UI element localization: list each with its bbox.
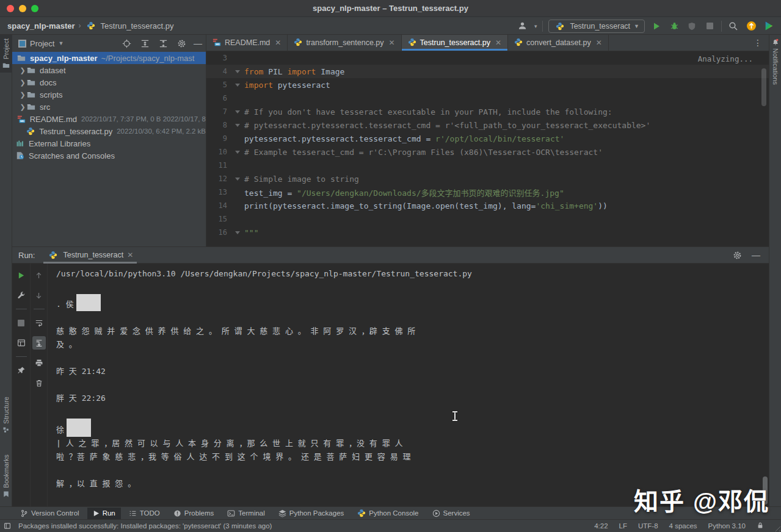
tool-window-button-todo[interactable]: TODO bbox=[123, 508, 165, 519]
code-line-13[interactable]: 13test_img = "/Users/dengkan/Downloads/多… bbox=[206, 185, 769, 199]
run-settings-gear-icon[interactable] bbox=[731, 249, 743, 261]
stop-button[interactable] bbox=[703, 20, 716, 32]
chevron-right-icon[interactable]: ❯ bbox=[18, 79, 27, 87]
hide-panel-icon[interactable]: — bbox=[194, 38, 202, 48]
tool-window-button-python-console[interactable]: Python Console bbox=[352, 508, 424, 519]
chevron-right-icon[interactable]: ❯ bbox=[18, 66, 27, 74]
editor-tab-convert_dataset.py[interactable]: convert_dataset.py✕ bbox=[508, 35, 609, 51]
code-line-6[interactable]: 6 bbox=[206, 92, 769, 105]
fold-marker-icon[interactable] bbox=[235, 178, 240, 181]
tool-window-button-services[interactable]: Services bbox=[427, 508, 476, 519]
breadcrumb-file[interactable]: Testrun_tesseract.py bbox=[101, 21, 174, 31]
tool-window-button-version-control[interactable]: Version Control bbox=[15, 508, 85, 519]
search-everywhere-icon[interactable] bbox=[727, 20, 739, 32]
scroll-to-end-icon[interactable] bbox=[32, 336, 46, 350]
modify-run-config-icon[interactable] bbox=[15, 289, 28, 302]
user-dropdown-arrow[interactable]: ▾ bbox=[534, 23, 537, 29]
minimize-window-button[interactable] bbox=[19, 5, 26, 12]
coverage-button[interactable] bbox=[686, 20, 698, 32]
code-line-7[interactable]: 7# If you don't have tesseract executabl… bbox=[206, 105, 769, 118]
status-message[interactable]: Packages installed successfully: Install… bbox=[18, 522, 272, 530]
close-icon[interactable]: ✕ bbox=[127, 251, 133, 259]
rerun-button[interactable] bbox=[15, 268, 28, 282]
expand-all-icon[interactable] bbox=[139, 37, 151, 49]
tool-window-button-terminal[interactable]: Terminal bbox=[222, 508, 270, 519]
tree-item-spacy_nlp-master[interactable]: spacy_nlp-master~/Projects/spacy_nlp-mas… bbox=[12, 52, 206, 64]
project-view-select[interactable]: Project ▼ bbox=[18, 39, 64, 48]
chevron-right-icon[interactable]: ❯ bbox=[18, 103, 27, 111]
code-line-9[interactable]: 9pytesseract.pytesseract.tesseract_cmd =… bbox=[206, 132, 769, 145]
run-tab[interactable]: Testrun_tesseract ✕ bbox=[43, 247, 137, 264]
close-tab-icon[interactable]: ✕ bbox=[275, 38, 281, 47]
code-line-5[interactable]: 5import pytesseract bbox=[206, 78, 769, 92]
code-line-8[interactable]: 8# pytesseract.pytesseract.tesseract_cmd… bbox=[206, 118, 769, 132]
tree-item-Testrun_tesseract.py[interactable]: Testrun_tesseract.py2022/10/30, 6:42 PM,… bbox=[12, 125, 206, 137]
tree-item-External Libraries[interactable]: External Libraries bbox=[12, 137, 206, 149]
tool-window-button-run[interactable]: Run bbox=[87, 508, 121, 519]
code-line-16[interactable]: 16""" bbox=[206, 226, 769, 239]
code-line-11[interactable]: 11 bbox=[206, 159, 769, 172]
close-window-button[interactable] bbox=[7, 5, 14, 12]
tree-item-docs[interactable]: ❯docs bbox=[12, 76, 206, 88]
editor-tab-Testrun_tesseract.py[interactable]: Testrun_tesseract.py✕ bbox=[402, 35, 508, 51]
sidebar-item-notifications-stripe[interactable]: Notifications bbox=[769, 35, 781, 88]
fold-marker-icon[interactable] bbox=[235, 151, 240, 154]
tool-window-button-python-packages[interactable]: Python Packages bbox=[273, 508, 350, 519]
code-editor[interactable]: 34from PIL import Image5import pytessera… bbox=[206, 51, 769, 246]
restore-layout-icon[interactable] bbox=[15, 336, 28, 350]
run-button[interactable] bbox=[650, 20, 663, 32]
sidebar-item-structure-stripe[interactable]: Structure bbox=[0, 393, 12, 437]
soft-wrap-icon[interactable] bbox=[32, 316, 46, 329]
code-line-14[interactable]: 14print(pytesseract.image_to_string(Imag… bbox=[206, 199, 769, 212]
down-stack-trace-icon[interactable] bbox=[32, 289, 46, 302]
fold-marker-icon[interactable] bbox=[235, 231, 240, 234]
code-line-15[interactable]: 15 bbox=[206, 212, 769, 226]
python-interpreter[interactable]: Python 3.10 bbox=[708, 522, 746, 530]
user-account-icon[interactable] bbox=[517, 20, 529, 32]
debug-button[interactable] bbox=[668, 20, 680, 32]
code-line-4[interactable]: 4from PIL import Image bbox=[206, 65, 769, 78]
sidebar-item-project-stripe[interactable]: Project bbox=[0, 35, 12, 73]
zoom-window-button[interactable] bbox=[31, 5, 38, 12]
settings-gear-icon[interactable] bbox=[175, 37, 187, 49]
chevron-right-icon[interactable]: ❯ bbox=[18, 91, 27, 99]
locate-file-icon[interactable] bbox=[120, 37, 133, 49]
file-encoding[interactable]: UTF-8 bbox=[638, 522, 658, 530]
tree-item-src[interactable]: ❯src bbox=[12, 101, 206, 113]
caret-position[interactable]: 4:22 bbox=[594, 522, 608, 530]
tree-item-dataset[interactable]: ❯dataset bbox=[12, 64, 206, 76]
collapse-all-icon[interactable] bbox=[157, 37, 169, 49]
tree-item-README.md[interactable]: MDREADME.md2022/10/17, 7:37 PM, 0 B 2022… bbox=[12, 113, 206, 125]
tool-window-button-problems[interactable]: Problems bbox=[168, 508, 220, 519]
editor-scrollbar[interactable] bbox=[761, 68, 766, 106]
clear-console-icon[interactable] bbox=[32, 376, 46, 390]
update-notification-icon[interactable] bbox=[745, 20, 757, 32]
line-ending[interactable]: LF bbox=[619, 522, 627, 530]
run-configuration-select[interactable]: Testrun_tesseract ▼ bbox=[548, 20, 645, 33]
resize-grip[interactable] bbox=[773, 524, 780, 531]
fold-marker-icon[interactable] bbox=[235, 84, 240, 87]
sidebar-item-bookmarks-stripe[interactable]: Bookmarks bbox=[0, 451, 12, 501]
tree-item-Scratches and Consoles[interactable]: Scratches and Consoles bbox=[12, 149, 206, 162]
breadcrumb-project[interactable]: spacy_nlp-master bbox=[7, 21, 75, 31]
stripe-toggle-icon[interactable] bbox=[4, 522, 11, 530]
run-console-output[interactable]: /usr/local/bin/python3.10 /Users/dengkan… bbox=[48, 264, 769, 507]
indent-setting[interactable]: 4 spaces bbox=[669, 522, 697, 530]
code-line-10[interactable]: 10# Example tesseract_cmd = r'C:\Program… bbox=[206, 145, 769, 159]
fold-marker-icon[interactable] bbox=[235, 70, 240, 73]
close-tab-icon[interactable]: ✕ bbox=[389, 38, 395, 47]
tab-options-icon[interactable]: ⋮ bbox=[747, 35, 769, 51]
pin-tab-icon[interactable] bbox=[15, 364, 28, 377]
close-tab-icon[interactable]: ✕ bbox=[596, 38, 602, 47]
up-stack-trace-icon[interactable] bbox=[32, 268, 46, 282]
editor-tab-transform_sentence.py[interactable]: transform_sentence.py✕ bbox=[288, 35, 401, 51]
fold-marker-icon[interactable] bbox=[235, 124, 240, 127]
gradient-play-icon[interactable] bbox=[763, 20, 775, 32]
code-line-3[interactable]: 3 bbox=[206, 51, 769, 65]
code-line-12[interactable]: 12# Simple image to string bbox=[206, 172, 769, 185]
stop-process-button[interactable] bbox=[15, 316, 28, 329]
close-tab-icon[interactable]: ✕ bbox=[495, 38, 501, 47]
tree-item-scripts[interactable]: ❯scripts bbox=[12, 88, 206, 101]
lock-icon[interactable] bbox=[757, 522, 764, 530]
editor-tab-README.md[interactable]: MDREADME.md✕ bbox=[206, 35, 288, 51]
